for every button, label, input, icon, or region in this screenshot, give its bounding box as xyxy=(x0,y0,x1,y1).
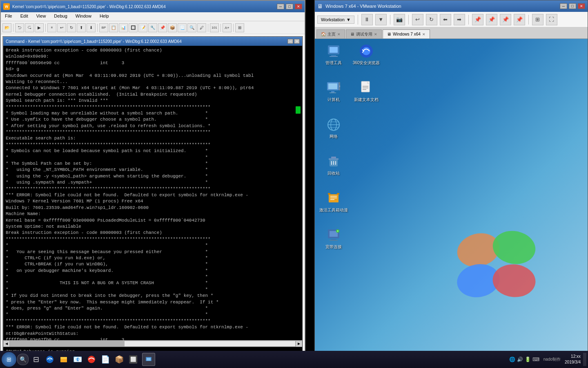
tab-debug[interactable]: 🖥 调试专用 ✕ xyxy=(346,29,382,38)
tab-win7[interactable]: 🖥 Windows 7 x64 ✕ xyxy=(383,29,430,38)
vm-tool-4[interactable]: ↻ xyxy=(426,14,437,25)
toolbar-9[interactable]: 📋 xyxy=(109,23,118,32)
vm-tool-8[interactable]: 📌 xyxy=(486,14,497,25)
inner-min-btn[interactable]: ─ xyxy=(287,39,293,44)
toolbar-10[interactable]: 📊 xyxy=(119,23,128,32)
scrollbar-track[interactable] xyxy=(10,341,296,347)
close-button[interactable]: ✕ xyxy=(295,4,302,9)
desktop-icon-computer[interactable]: 计算机 xyxy=(319,80,348,102)
toolbar-101[interactable]: 101 xyxy=(210,23,219,32)
desktop-icon-textfile[interactable]: 新建文本文档 xyxy=(352,80,381,102)
workstation-dropdown[interactable]: Workstation ▼ xyxy=(317,16,354,24)
taskbar-icon-doc[interactable]: 📄 xyxy=(99,353,112,366)
horizontal-scrollbar[interactable]: ◀ ▶ xyxy=(3,340,302,347)
toolbar-last[interactable]: ⊞ xyxy=(235,23,244,32)
toolbar-11[interactable]: 🔲 xyxy=(129,23,138,32)
toolbar-5[interactable]: ↩ xyxy=(57,23,66,32)
vm-fullscreen-btn[interactable]: ⛶ xyxy=(546,14,557,25)
menu-window[interactable]: Window xyxy=(73,13,94,20)
taskbar-icon-taskview[interactable]: ⊟ xyxy=(29,353,42,366)
tab-home-close[interactable]: ✕ xyxy=(337,32,341,36)
scroll-right-btn[interactable]: ▶ xyxy=(296,341,302,347)
inner-close-btn[interactable]: ✕ xyxy=(294,39,300,44)
desktop-icon-360[interactable]: 360安全浏览器 xyxy=(352,43,381,65)
vm-tool-9[interactable]: 📌 xyxy=(500,14,511,25)
battery-icon[interactable]: 🔋 xyxy=(525,357,531,362)
toolbar-17[interactable]: 🔍 xyxy=(187,23,196,32)
taskbar-icon-edge[interactable] xyxy=(43,353,56,366)
vm-tool-6[interactable]: ➡ xyxy=(454,14,465,25)
toolbar-13[interactable]: 🔧 xyxy=(148,23,157,32)
vm-tool-5[interactable]: ⬅ xyxy=(440,14,451,25)
taskbar-vmware-btn[interactable] xyxy=(142,353,155,366)
desktop-icon-network[interactable]: 网络 xyxy=(319,117,348,139)
minimize-button[interactable]: ─ xyxy=(277,4,284,9)
toolbar-6[interactable]: ↻ xyxy=(67,23,76,32)
tab-home[interactable]: 🏠 主页 ✕ xyxy=(316,29,345,38)
svg-point-1 xyxy=(490,228,538,267)
menu-view[interactable]: View xyxy=(34,13,49,20)
toolbar-7[interactable]: ⬆ xyxy=(77,23,86,32)
maximize-button[interactable]: □ xyxy=(286,4,293,9)
taskbar-icon-explorer[interactable] xyxy=(57,353,70,366)
tab-win7-close[interactable]: ✕ xyxy=(422,32,425,36)
toolbar-8[interactable]: ⬇ xyxy=(87,23,96,32)
toolbar-2[interactable]: ⮎ xyxy=(25,23,34,32)
vm-tool-10[interactable]: 📌 xyxy=(514,14,525,25)
toolbar-bp[interactable]: BP xyxy=(99,23,108,32)
vmware-close-btn[interactable]: ✕ xyxy=(578,3,585,9)
menu-help[interactable]: Help xyxy=(97,13,111,20)
toolbar-18[interactable]: 🖊 xyxy=(197,23,206,32)
toolbar-3[interactable]: ▶ xyxy=(35,23,44,32)
keyboard-icon[interactable]: ⌨ xyxy=(532,357,539,362)
desktop-icon-broadband[interactable]: 宽带连接 xyxy=(319,227,348,249)
vmware-min-btn[interactable]: ─ xyxy=(560,3,567,9)
taskbar-icon-app[interactable]: 📦 xyxy=(113,353,126,366)
taskbar-icon-browser[interactable] xyxy=(85,353,98,366)
menu-file[interactable]: File xyxy=(2,13,15,20)
desktop-icon-admin[interactable]: 管理工具 xyxy=(319,43,348,65)
vm-snapshot-btn[interactable]: 📷 xyxy=(394,14,405,25)
workstation-label: Workstation xyxy=(321,17,345,22)
vm-tool-3[interactable]: ↩ xyxy=(412,14,423,25)
windows-taskbar: ⊞ 🔍 ⊟ 📧 📄 📦 🔲 🌐 xyxy=(0,351,588,368)
tb-sep-4 xyxy=(208,24,208,32)
toolbar-12[interactable]: 📝 xyxy=(138,23,147,32)
toolbar-font[interactable]: A+ xyxy=(223,23,232,32)
svg-point-3 xyxy=(491,263,537,299)
toolbar-4[interactable]: ≡ xyxy=(47,23,56,32)
toolbar-open[interactable]: 📂 xyxy=(2,23,11,32)
toolbar-16[interactable]: 📃 xyxy=(178,23,187,32)
windows-systray: 🌐 🔊 🔋 ⌨ nado制作 12:xx 2019/3/4 xyxy=(509,353,586,366)
windows-search-button[interactable]: 🔍 xyxy=(17,354,29,365)
toolbar-sep-2 xyxy=(390,15,390,25)
scrollbar-thumb[interactable] xyxy=(10,341,125,346)
toolbar-1[interactable]: ⮌ xyxy=(15,23,24,32)
desktop-icon-tools[interactable]: 激活工具箱动漫 xyxy=(319,190,348,213)
console-output[interactable]: Break instruction exception - code 80000… xyxy=(3,46,302,340)
toolbar-15[interactable]: 📦 xyxy=(168,23,177,32)
vmware-window: 🖥 Windows 7 x64 - VMware Workstation ─ □… xyxy=(314,0,588,368)
vm-pause-btn[interactable]: ⏸ xyxy=(361,14,373,25)
taskbar-icon-mail[interactable]: 📧 xyxy=(71,353,84,366)
desktop-icon-recycle[interactable]: 回收站 xyxy=(319,153,348,176)
taskbar-icon-square[interactable]: 🔲 xyxy=(127,353,140,366)
volume-icon[interactable]: 🔊 xyxy=(517,357,523,362)
vm-desktop[interactable]: 管理工具 360安全浏览器 xyxy=(315,39,588,368)
toolbar-14[interactable]: 📌 xyxy=(158,23,167,32)
tab-debug-close[interactable]: ✕ xyxy=(374,32,377,36)
vm-tool-2[interactable]: ▼ xyxy=(375,14,387,25)
windows-start-button[interactable]: ⊞ xyxy=(2,352,16,367)
menu-debug[interactable]: Debug xyxy=(51,13,69,20)
network-status-icon[interactable]: 🌐 xyxy=(509,357,515,362)
menu-edit[interactable]: Edit xyxy=(18,13,31,20)
show-desktop-btn[interactable] xyxy=(583,353,586,366)
windbg-window: W Kernel 'com:port=\\.\pipe\com_1,baud=1… xyxy=(0,0,305,368)
vm-tool-7[interactable]: 📌 xyxy=(472,14,483,25)
vmware-max-btn[interactable]: □ xyxy=(569,3,576,9)
windows-clock[interactable]: 12:xx 2019/3/4 xyxy=(565,354,581,365)
textfile-label: 新建文本文档 xyxy=(354,97,379,102)
scroll-left-btn[interactable]: ◀ xyxy=(3,341,10,347)
360-label: 360安全浏览器 xyxy=(353,61,380,65)
vm-tool-11[interactable]: ⊞ xyxy=(532,14,543,25)
